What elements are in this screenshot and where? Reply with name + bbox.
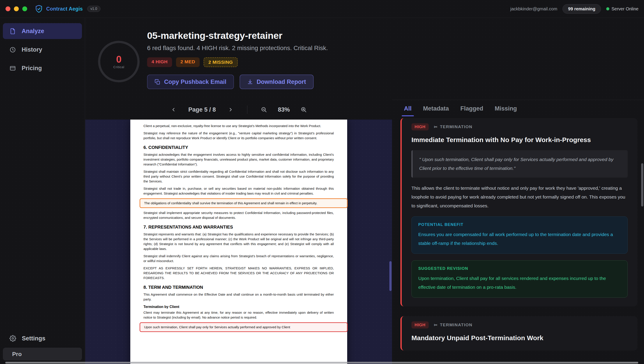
card-tags: HIGH ✂ TERMINATION: [411, 123, 628, 130]
pdf-page: Client a perpetual, non-exclusive, royal…: [130, 120, 347, 364]
sidebar-item-history[interactable]: History: [3, 42, 82, 58]
benefit-text: Ensures you are compensated for all work…: [418, 230, 621, 248]
version-badge: v1.0: [87, 6, 101, 12]
chevron-right-icon: [228, 107, 233, 112]
copy-button-label: Copy Pushback Email: [164, 78, 226, 85]
previous-page-button[interactable]: [169, 104, 179, 115]
tab-flagged[interactable]: Flagged: [460, 100, 483, 117]
doc-paragraph: Strategist may reference the nature of t…: [144, 131, 334, 140]
download-report-button[interactable]: Download Report: [240, 74, 313, 89]
finding-title: Mandatory Unpaid Post-Termination Work: [411, 334, 628, 342]
doc-paragraph: This Agreement shall commence on the Eff…: [144, 292, 334, 302]
sidebar: Analyze History Pricing Settings Pro: [0, 18, 85, 364]
toolbar-divider: [247, 106, 247, 114]
shield-check-icon: [35, 4, 43, 13]
critical-gauge: 0 Critical: [97, 40, 140, 83]
top-bar: Contract Aegis v1.0 jackbkinder@gmail.co…: [0, 0, 644, 18]
page-indicator: Page 5 / 8: [188, 106, 216, 113]
credit-card-icon: [10, 65, 16, 72]
minimize-window-icon[interactable]: [14, 6, 19, 11]
risk-badges: 4 HIGH 2 MED 2 MISSING: [147, 57, 328, 67]
findings-panel: All Metadata Flagged Missing HIGH ✂ TERM…: [392, 100, 644, 364]
sidebar-item-label: Analyze: [22, 28, 44, 35]
document-icon: [10, 28, 16, 34]
category-label: TERMINATION: [440, 322, 472, 328]
finding-description: This allows the client to terminate with…: [411, 184, 628, 210]
sidebar-bottom: Settings Pro: [3, 331, 82, 360]
severity-badge: HIGH: [411, 123, 429, 130]
category-tag: ✂ TERMINATION: [434, 124, 472, 130]
doc-paragraph: Strategist shall not trade in, purchase,…: [144, 186, 334, 196]
risk-summary: 6 red flags found. 4 HIGH risk. 2 missin…: [147, 44, 328, 52]
doc-heading: 8. TERM AND TERMINATION: [144, 285, 334, 290]
sidebar-item-settings[interactable]: Settings: [3, 331, 82, 346]
download-button-label: Download Report: [257, 78, 306, 85]
doc-paragraph: Strategist shall implement appropriate s…: [144, 210, 334, 220]
zoom-in-icon: [300, 106, 307, 113]
zoom-window-icon[interactable]: [22, 6, 27, 11]
sidebar-item-analyze[interactable]: Analyze: [3, 23, 82, 39]
server-status: Server Online: [606, 6, 638, 12]
flagged-clause-highlight-orange[interactable]: The obligations of confidentiality shall…: [140, 198, 348, 208]
zoom-in-button[interactable]: [298, 104, 309, 115]
credits-remaining-badge: 99 remaining: [562, 4, 601, 14]
copy-pushback-email-button[interactable]: Copy Pushback Email: [147, 74, 234, 89]
potential-benefit-box: POTENTIAL BENEFIT Ensures you are compen…: [411, 216, 628, 254]
doc-paragraph: Client a perpetual, non-exclusive, royal…: [144, 124, 334, 128]
doc-paragraph: Strategist acknowledges that the engagem…: [144, 152, 334, 167]
finding-card[interactable]: HIGH ✂ TERMINATION Mandatory Unpaid Post…: [400, 316, 637, 350]
horizontal-scrollbar-thumb[interactable]: [5, 362, 638, 364]
doc-paragraph: Strategist shall indemnify Client agains…: [144, 254, 334, 264]
next-page-button[interactable]: [225, 104, 236, 115]
panel-scrollbar-thumb[interactable]: [641, 163, 643, 206]
pdf-scrollbar-thumb[interactable]: [389, 261, 392, 291]
pdf-viewer: Page 5 / 8 83% Client a perpetual, non-e…: [85, 100, 392, 364]
gauge-label: Critical: [113, 65, 124, 69]
findings-tabs: All Metadata Flagged Missing: [392, 100, 644, 117]
zoom-level: 83%: [278, 106, 290, 113]
doc-subheading: Termination by Client: [144, 305, 334, 309]
tab-missing[interactable]: Missing: [495, 100, 517, 117]
doc-paragraph: Strategist represents and warrants that:…: [144, 232, 334, 251]
finding-title: Immediate Termination with No Pay for Wo…: [411, 136, 628, 144]
missing-badge: 2 MISSING: [204, 57, 238, 67]
sidebar-item-pricing[interactable]: Pricing: [3, 60, 82, 76]
close-window-icon[interactable]: [6, 6, 10, 11]
sidebar-item-label: Pricing: [22, 65, 42, 72]
pro-plan-button[interactable]: Pro: [3, 348, 82, 360]
sidebar-item-label: History: [22, 46, 42, 53]
copy-icon: [155, 79, 161, 85]
zoom-out-button[interactable]: [259, 104, 269, 115]
high-risk-badge: 4 HIGH: [147, 57, 172, 67]
page-title: 05-marketing-strategy-retainer: [147, 30, 328, 41]
category-tag: ✂ TERMINATION: [434, 322, 472, 328]
category-label: TERMINATION: [440, 124, 472, 129]
findings-list: HIGH ✂ TERMINATION Immediate Termination…: [392, 117, 644, 350]
tab-metadata[interactable]: Metadata: [423, 100, 449, 117]
suggested-revision-box: SUGGESTED REVISION Upon termination, Cli…: [411, 260, 628, 298]
document-header: 0 Critical 05-marketing-strategy-retaine…: [85, 18, 644, 100]
app-logo: Contract Aegis v1.0: [35, 4, 101, 13]
user-email: jackbkinder@gmail.com: [510, 6, 557, 12]
scissors-icon: ✂: [434, 322, 438, 328]
pdf-viewport[interactable]: Client a perpetual, non-exclusive, royal…: [85, 120, 392, 364]
doc-paragraph: Strategist shall maintain strict confide…: [144, 169, 334, 184]
clock-icon: [10, 46, 16, 53]
revision-label: SUGGESTED REVISION: [418, 266, 621, 271]
doc-paragraph: Client may terminate this Agreement at a…: [144, 310, 334, 320]
flagged-clause-highlight-red[interactable]: Upon such termination, Client shall pay …: [140, 322, 348, 332]
finding-card[interactable]: HIGH ✂ TERMINATION Immediate Termination…: [400, 118, 637, 306]
tab-all[interactable]: All: [404, 100, 412, 117]
benefit-label: POTENTIAL BENEFIT: [418, 222, 621, 227]
doc-paragraph: EXCEPT AS EXPRESSLY SET FORTH HEREIN, ST…: [144, 266, 334, 280]
server-status-label: Server Online: [611, 6, 638, 12]
gear-icon: [10, 335, 16, 342]
pro-label: Pro: [12, 351, 22, 358]
chevron-left-icon: [171, 107, 176, 112]
download-icon: [247, 79, 253, 85]
app-title: Contract Aegis: [46, 6, 83, 12]
gauge-value: 0: [116, 54, 121, 64]
doc-heading: 6. CONFIDENTIALITY: [144, 145, 334, 150]
top-bar-right: jackbkinder@gmail.com 99 remaining Serve…: [510, 4, 638, 14]
action-buttons: Copy Pushback Email Download Report: [147, 74, 328, 89]
